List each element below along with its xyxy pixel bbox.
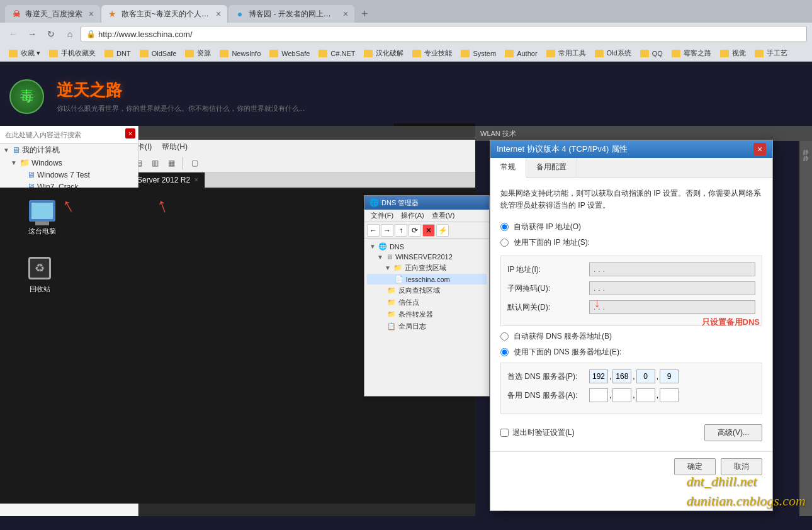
new-tab-button[interactable]: + [356, 5, 373, 23]
dns-menu-file[interactable]: 文件(F) [367, 210, 397, 221]
dns-item-winserver[interactable]: ▼ 🖥 WINSERVER2012 [367, 252, 487, 262]
tab-3-close[interactable]: × [343, 9, 348, 19]
dns-octet-3[interactable]: 0 [636, 369, 655, 383]
menu-help[interactable]: 帮助(H) [157, 140, 193, 154]
dns-item-forward-zone[interactable]: ▼ 📁 正向查找区域 [367, 262, 487, 274]
dns-back[interactable]: ← [367, 224, 380, 237]
radio-manual-dns-label: 使用下面的 DNS 服务器地址(E): [514, 347, 621, 358]
desktop-icon-label: 回收站 [30, 285, 50, 294]
bookmark-tools[interactable]: 常用工具 [543, 47, 590, 59]
bookmark-newsinfo[interactable]: NewsInfo [216, 48, 264, 59]
vm-tab-close-2[interactable]: × [194, 176, 198, 184]
tcp-radio-manual-dns[interactable]: 使用下面的 DNS 服务器地址(E): [500, 347, 762, 358]
dns-refresh[interactable]: ⟳ [409, 224, 421, 237]
tcp-radio-auto-dns[interactable]: 自动获得 DNS 服务器地址(B) [500, 331, 762, 342]
dns-octet-1[interactable]: 192 [589, 369, 608, 383]
tcp-tab-alternate[interactable]: 备用配置 [526, 158, 577, 177]
dns-forward[interactable]: → [381, 224, 393, 237]
dns-item-reverse-zone[interactable]: 📁 反向查找区域 [367, 285, 487, 296]
tree-win7test[interactable]: 🖥 Windows 7 Test [0, 169, 138, 181]
dns-up[interactable]: ↑ [395, 224, 407, 237]
cancel-button[interactable]: 取消 [721, 458, 762, 475]
bookmark-qq[interactable]: QQ [636, 48, 667, 59]
bookmark-resources[interactable]: 资源 [181, 47, 215, 59]
tree-windows[interactable]: ▼ 📁 Windows [0, 157, 138, 169]
dns-octet-4[interactable]: 9 [660, 369, 679, 383]
dns-item-global-log[interactable]: 📋 全局日志 [367, 320, 487, 332]
dns-menu-view[interactable]: 查看(V) [428, 210, 459, 221]
dns-item-dns[interactable]: ▼ 🌐 DNS [367, 241, 487, 252]
tree-my-computer[interactable]: ▼ 🖥 我的计算机 [0, 144, 138, 157]
bookmark-mobile[interactable]: 手机收藏夹 [45, 47, 99, 59]
alt-dns-octet-1[interactable] [589, 388, 608, 402]
bookmark-label: System [473, 50, 496, 57]
bookmark-favorites[interactable]: 收藏 ▾ [5, 47, 44, 59]
dns-menu-action[interactable]: 操作(A) [397, 210, 428, 221]
tab-1-close[interactable]: × [89, 9, 94, 19]
bookmark-websafe[interactable]: WebSafe [266, 48, 313, 59]
bookmark-author[interactable]: Author [501, 48, 541, 59]
bookmark-craft[interactable]: 手工艺 [751, 47, 791, 59]
tab-1-title: 毒逆天_百度搜索 [25, 9, 82, 20]
sidebar-close[interactable]: × [125, 128, 135, 138]
radio-auto-ip[interactable] [500, 223, 509, 231]
alt-dns-octet-2[interactable] [612, 388, 631, 402]
radio-manual-dns[interactable] [500, 348, 509, 356]
alt-dns-octet-3[interactable] [636, 388, 655, 402]
tcp-radio-manual-ip[interactable]: 使用下面的 IP 地址(S): [500, 237, 762, 248]
ip-dot: . [603, 265, 605, 274]
tab-1[interactable]: ☠ 毒逆天_百度搜索 × [5, 5, 100, 23]
radio-auto-dns[interactable] [500, 332, 509, 341]
preferred-dns-input[interactable]: 192 , 168 , 0 , 9 [589, 369, 679, 383]
bookmark-dnt[interactable]: DNT [101, 48, 135, 59]
dns-item-lesschina[interactable]: 📄 lesschina.com [367, 274, 487, 285]
bookmark-label: 视觉 [732, 48, 746, 58]
bookmark-oldsafe[interactable]: OldSafe [136, 48, 181, 59]
tab-3[interactable]: ● 博客园 - 开发者的网上家园 × [228, 5, 354, 23]
tab-2[interactable]: ★ 散客主页~毒逆天的个人博客 × [101, 5, 227, 23]
tcp-close-button[interactable]: × [753, 143, 766, 155]
forward-button[interactable]: → [24, 26, 40, 42]
ok-button[interactable]: 确定 [674, 458, 716, 475]
toolbar-view3[interactable]: ▥ [147, 155, 162, 171]
home-button[interactable]: ⌂ [62, 26, 78, 42]
preferred-dns-row: 首选 DNS 服务器(P): 192 , 168 , 0 , 9 [507, 369, 755, 383]
bookmark-oldsys[interactable]: Old系统 [591, 47, 635, 59]
bookmark-skills[interactable]: 专业技能 [409, 47, 456, 59]
folder-icon [140, 50, 149, 57]
expand-icon: ▼ [3, 147, 10, 154]
radio-manual-ip[interactable] [500, 239, 509, 247]
bookmark-crack[interactable]: 汉化破解 [360, 47, 407, 59]
bookmark-meike[interactable]: 霉客之路 [668, 47, 715, 59]
address-bar[interactable]: 🔒 http://www.lesschina.com/ [81, 26, 807, 42]
ip-dot: . [598, 265, 600, 274]
toolbar-view4[interactable]: ▦ [164, 155, 179, 171]
computer-icon: 🖥 [12, 145, 20, 155]
validate-checkbox[interactable] [500, 429, 509, 437]
dns-stop[interactable]: ✕ [422, 224, 435, 237]
subnet-row: 子网掩码(U): . . . [507, 281, 755, 295]
dns-item-conditional[interactable]: 📁 条件转发器 [367, 308, 487, 320]
bookmark-visual[interactable]: 视觉 [716, 47, 750, 59]
bookmark-csharp[interactable]: C#.NET [315, 48, 359, 59]
refresh-button[interactable]: ↻ [43, 26, 59, 42]
back-button[interactable]: ← [5, 26, 21, 42]
toolbar-window[interactable]: ▢ [187, 155, 202, 171]
dns-action[interactable]: ⚡ [436, 224, 449, 237]
folder-icon [546, 50, 555, 57]
desktop-icon-recycle[interactable]: ♻ 回收站 [28, 257, 51, 294]
advanced-button[interactable]: 高级(V)... [704, 424, 762, 441]
dns-octet-2[interactable]: 168 [612, 369, 631, 383]
tcp-tab-general[interactable]: 常规 [490, 158, 526, 178]
alternate-dns-input[interactable]: , , , [589, 388, 679, 402]
tcp-radio-auto-ip[interactable]: 自动获得 IP 地址(O) [500, 222, 762, 232]
alt-dns-octet-4[interactable] [660, 388, 679, 402]
dns-sep: , [609, 372, 611, 381]
tab-2-close[interactable]: × [216, 9, 221, 19]
bookmark-system[interactable]: System [457, 48, 500, 59]
sidebar-search-input[interactable] [5, 131, 127, 138]
dns-item-trust[interactable]: 📁 信任点 [367, 296, 487, 308]
log-icon: 📋 [387, 322, 396, 330]
desktop-icon-computer[interactable]: 这台电脑 [28, 200, 56, 236]
desktop-icon-label: 这台电脑 [28, 227, 56, 236]
